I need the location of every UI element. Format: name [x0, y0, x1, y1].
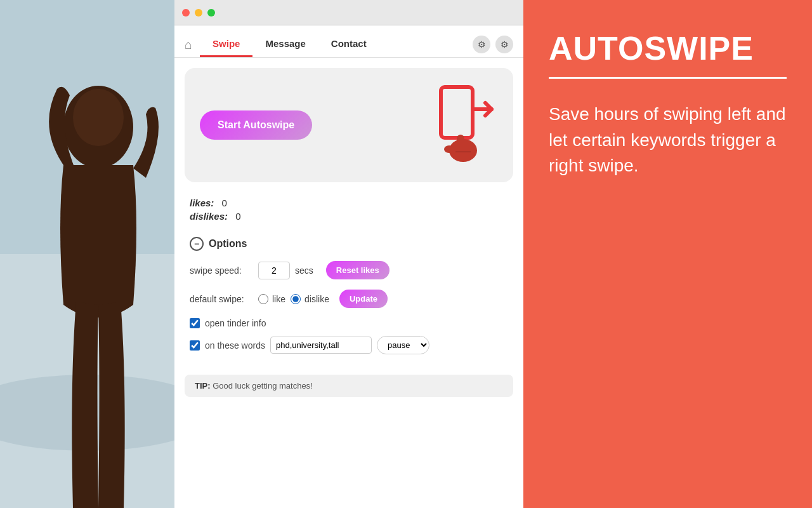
swipe-speed-input[interactable]	[258, 262, 290, 279]
on-these-words-checkbox[interactable]	[190, 340, 200, 351]
dislike-radio[interactable]	[291, 294, 301, 304]
on-these-words-label: on these words	[205, 340, 265, 351]
tab-contact[interactable]: Contact	[318, 32, 379, 57]
secs-label: secs	[295, 265, 313, 276]
svg-rect-8	[457, 135, 464, 152]
browser-dot-yellow	[195, 9, 202, 17]
tip-label: TIP:	[195, 381, 211, 391]
likes-label: likes:	[190, 197, 214, 208]
popup-content: ⌂ Swipe Message Contact ⚙ ⚙ Start Autosw…	[174, 25, 523, 508]
settings-icon-2[interactable]: ⚙	[495, 36, 513, 53]
nav-bar: ⌂ Swipe Message Contact ⚙ ⚙	[174, 25, 523, 58]
default-swipe-label: default swipe:	[190, 294, 253, 304]
nav-icons: ⚙ ⚙	[473, 36, 513, 53]
browser-bar	[174, 0, 523, 25]
swipe-speed-label: swipe speed:	[190, 265, 253, 276]
update-button[interactable]: Update	[339, 290, 388, 308]
swipe-card: Start Autoswipe	[185, 68, 513, 182]
like-radio[interactable]	[258, 294, 268, 304]
home-icon[interactable]: ⌂	[185, 37, 192, 52]
dislikes-value: 0	[235, 211, 240, 222]
dislikes-row: dislikes: 0	[190, 211, 508, 222]
like-radio-label: like	[272, 294, 285, 304]
start-autoswipe-button[interactable]: Start Autoswipe	[200, 110, 312, 140]
likes-row: likes: 0	[190, 197, 508, 208]
photo-panel	[0, 0, 174, 508]
keywords-input[interactable]	[270, 337, 372, 354]
dislike-radio-group: dislike	[291, 294, 329, 304]
options-label: Options	[209, 238, 247, 250]
promo-panel: AUTOSWIPE Save hours of swiping left and…	[523, 0, 812, 508]
stats-section: likes: 0 dislikes: 0	[174, 192, 523, 229]
settings-icon-1[interactable]: ⚙	[473, 36, 490, 53]
browser-dot-green	[207, 9, 215, 17]
extension-panel: ⌂ Swipe Message Contact ⚙ ⚙ Start Autosw…	[174, 0, 523, 508]
person-silhouette	[0, 0, 174, 508]
title-underline	[549, 77, 787, 79]
collapse-options-button[interactable]: −	[190, 237, 204, 251]
tab-swipe[interactable]: Swipe	[200, 32, 252, 57]
on-these-words-row: on these words pause like dislike	[190, 336, 508, 354]
dislike-radio-label: dislike	[304, 294, 329, 304]
likes-value: 0	[222, 197, 227, 208]
svg-point-9	[444, 145, 454, 153]
options-section: − Options swipe speed: secs Reset likes …	[174, 229, 523, 370]
promo-title: AUTOSWIPE	[549, 30, 787, 67]
swipe-speed-row: swipe speed: secs Reset likes	[190, 261, 508, 279]
svg-rect-5	[441, 87, 473, 138]
action-select[interactable]: pause like dislike	[377, 336, 429, 354]
reset-likes-button[interactable]: Reset likes	[326, 261, 390, 279]
browser-dot-red	[182, 9, 190, 17]
tip-text: Good luck getting matches!	[213, 381, 313, 391]
open-tinder-row: open tinder info	[190, 318, 508, 328]
open-tinder-label: open tinder info	[205, 318, 266, 328]
swipe-icon	[422, 84, 498, 166]
promo-description: Save hours of swiping left and let certa…	[549, 102, 787, 179]
tip-bar: TIP: Good luck getting matches!	[185, 375, 513, 397]
like-radio-group: like	[258, 294, 285, 304]
svg-point-4	[73, 89, 124, 146]
open-tinder-checkbox[interactable]	[190, 318, 200, 328]
default-swipe-row: default swipe: like dislike Update	[190, 290, 508, 308]
dislikes-label: dislikes:	[190, 211, 228, 222]
tab-message[interactable]: Message	[252, 32, 318, 57]
options-header: − Options	[190, 237, 508, 251]
